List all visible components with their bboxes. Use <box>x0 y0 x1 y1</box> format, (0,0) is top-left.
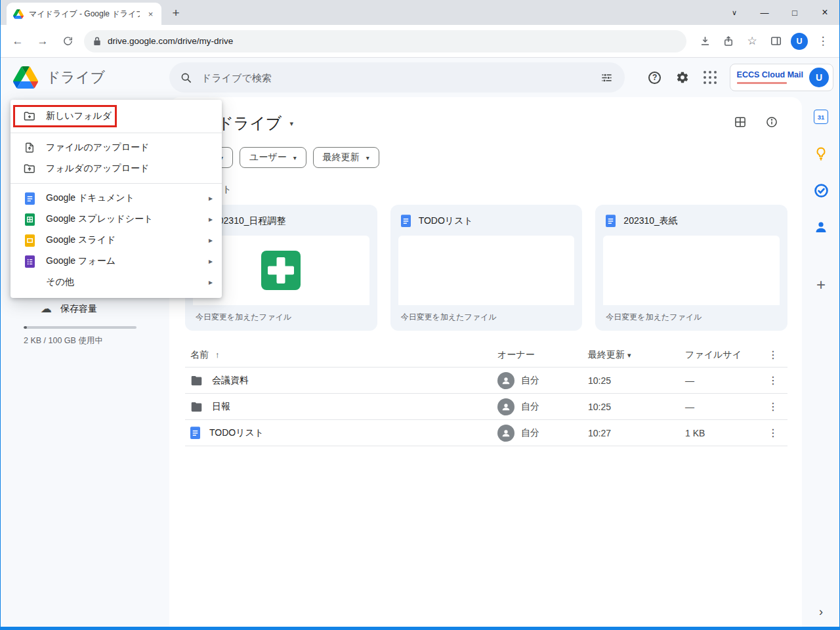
row-options-button[interactable]: ⋮ <box>759 374 788 387</box>
column-modified[interactable]: 最終更新 ▾ <box>588 349 685 361</box>
menu-item-file-upload[interactable]: ファイルのアップロード <box>10 137 222 158</box>
menu-divider <box>10 183 222 184</box>
menu-item-more[interactable]: その他 ▸ <box>10 272 222 293</box>
add-addon-button[interactable]: + <box>816 276 826 294</box>
keep-bulb-icon <box>813 146 829 161</box>
file-preview <box>398 236 575 305</box>
filter-modified-chip[interactable]: 最終更新 ▾ <box>313 147 379 168</box>
folder-upload-icon <box>22 162 37 175</box>
minimize-button[interactable]: — <box>749 0 780 25</box>
browser-menu-button[interactable]: ⋮ <box>812 31 833 52</box>
url-text: drive.google.com/drive/my-drive <box>108 36 233 46</box>
browser-profile-avatar[interactable]: U <box>789 31 810 52</box>
filter-people-chip[interactable]: ユーザー ▾ <box>240 147 306 168</box>
calendar-icon: 31 <box>814 110 828 124</box>
row-options-button[interactable]: ⋮ <box>759 427 788 439</box>
calendar-button[interactable]: 31 <box>812 108 830 126</box>
menu-item-folder-upload[interactable]: フォルダのアップロード <box>10 158 222 179</box>
chevron-down-icon: ▾ <box>289 119 293 128</box>
apps-launcher-button[interactable] <box>697 64 723 91</box>
forward-button[interactable]: → <box>32 31 53 52</box>
column-size[interactable]: ファイルサイ <box>685 349 759 361</box>
grid-view-icon <box>734 116 747 129</box>
submenu-arrow-icon: ▸ <box>209 215 213 224</box>
grid-view-button[interactable] <box>734 116 747 131</box>
menu-item-google-forms[interactable]: Google フォーム ▸ <box>10 251 222 272</box>
close-button[interactable]: × <box>810 0 840 25</box>
new-folder-icon <box>22 110 37 123</box>
settings-button[interactable] <box>669 64 696 91</box>
storage-section[interactable]: ☁ 保存容量 2 KB / 100 GB 使用中 <box>24 302 136 346</box>
search-options-button[interactable] <box>593 64 620 91</box>
menu-item-google-sheets[interactable]: Google スプレッドシート ▸ <box>10 209 222 230</box>
table-options-button[interactable]: ⋮ <box>759 348 788 361</box>
search-bar[interactable] <box>169 62 625 93</box>
file-table: 名前 ↑ オーナー 最終更新 ▾ ファイルサイ ⋮ <box>185 343 788 446</box>
filter-chips: 種類 ▾ ユーザー ▾ 最終更新 ▾ <box>185 147 789 168</box>
contacts-button[interactable] <box>812 218 830 236</box>
submenu-arrow-icon: ▸ <box>209 194 213 203</box>
side-panel-button[interactable] <box>765 31 786 52</box>
share-button[interactable] <box>718 31 739 52</box>
tab-title: マイドライブ - Google ドライブ <box>29 9 140 20</box>
row-options-button[interactable]: ⋮ <box>759 400 788 413</box>
chevron-down-icon: ▾ <box>366 154 369 161</box>
tune-icon <box>600 72 613 84</box>
forms-app-icon <box>22 255 37 268</box>
reload-button[interactable] <box>57 31 78 52</box>
keep-button[interactable] <box>812 144 830 163</box>
new-menu: 新しいフォルダ ファイルのアップロード フォルダのアップロード <box>10 100 222 298</box>
tab-close-icon[interactable]: × <box>145 9 156 20</box>
modified-time: 10:25 <box>588 375 685 386</box>
menu-item-google-docs[interactable]: Google ドキュメント ▸ <box>10 188 222 209</box>
menu-item-new-folder[interactable]: 新しいフォルダ <box>10 104 222 129</box>
org-logo: ECCS Cloud Mail <box>737 71 803 84</box>
account-badge[interactable]: ECCS Cloud Mail U <box>730 64 833 91</box>
new-tab-button[interactable]: + <box>167 4 185 22</box>
help-button[interactable]: ? <box>642 64 668 91</box>
contacts-person-icon <box>813 219 829 235</box>
column-owner[interactable]: オーナー <box>497 349 588 361</box>
details-button[interactable] <box>765 116 778 131</box>
back-button[interactable]: ← <box>7 31 28 52</box>
window-bottom-border <box>0 627 840 630</box>
table-row[interactable]: TODOリスト 自分 10:27 1 KB ⋮ <box>185 420 788 446</box>
url-bar[interactable]: drive.google.com/drive/my-drive <box>84 30 686 52</box>
bookmark-button[interactable]: ☆ <box>742 31 763 52</box>
maximize-button[interactable]: □ <box>780 0 810 25</box>
chevron-down-icon: ▾ <box>293 154 297 161</box>
tasks-button[interactable] <box>812 181 830 200</box>
file-size: — <box>685 402 759 412</box>
file-card[interactable]: TODOリスト 今日変更を加えたファイル <box>390 205 583 331</box>
avatar: U <box>791 33 808 50</box>
storage-usage-text: 2 KB / 100 GB 使用中 <box>24 335 136 346</box>
collapse-rail-button[interactable]: › <box>819 605 823 619</box>
side-panel-rail: 31 <box>802 97 840 627</box>
modified-time: 10:27 <box>588 428 685 438</box>
account-avatar[interactable]: U <box>809 68 829 87</box>
docs-app-icon <box>22 192 37 205</box>
search-input[interactable] <box>200 72 585 84</box>
search-icon <box>180 72 192 84</box>
table-row[interactable]: 日報 自分 10:25 — ⋮ <box>185 394 788 420</box>
install-button[interactable] <box>694 31 715 52</box>
table-row[interactable]: 会議資料 自分 10:25 — ⋮ <box>185 368 788 394</box>
tab-bar: マイドライブ - Google ドライブ × + ∨ — □ × <box>0 0 840 25</box>
sheets-logo-icon <box>261 251 301 290</box>
suggestion-cards: 202310_日程調整 今日変更を加えたファイル <box>185 205 789 331</box>
browser-tab[interactable]: マイドライブ - Google ドライブ × <box>7 3 161 25</box>
drive-header: ドライブ ? <box>0 58 840 97</box>
docs-file-icon <box>401 215 411 227</box>
file-card[interactable]: 202310_表紙 今日変更を加えたファイル <box>595 205 788 331</box>
sort-ascending-icon[interactable]: ↑ <box>215 350 220 360</box>
help-icon: ? <box>648 72 661 84</box>
browser-window: マイドライブ - Google ドライブ × + ∨ — □ × ← → dri… <box>0 0 840 630</box>
file-preview <box>603 236 780 305</box>
tab-search-icon[interactable]: ∨ <box>719 0 749 25</box>
info-icon <box>765 116 778 129</box>
menu-item-google-slides[interactable]: Google スライド ▸ <box>10 230 222 251</box>
owner-avatar <box>497 372 514 389</box>
drive-brand[interactable]: ドライブ <box>13 66 169 89</box>
column-name[interactable]: 名前 ↑ <box>185 349 497 361</box>
share-icon <box>723 35 734 47</box>
